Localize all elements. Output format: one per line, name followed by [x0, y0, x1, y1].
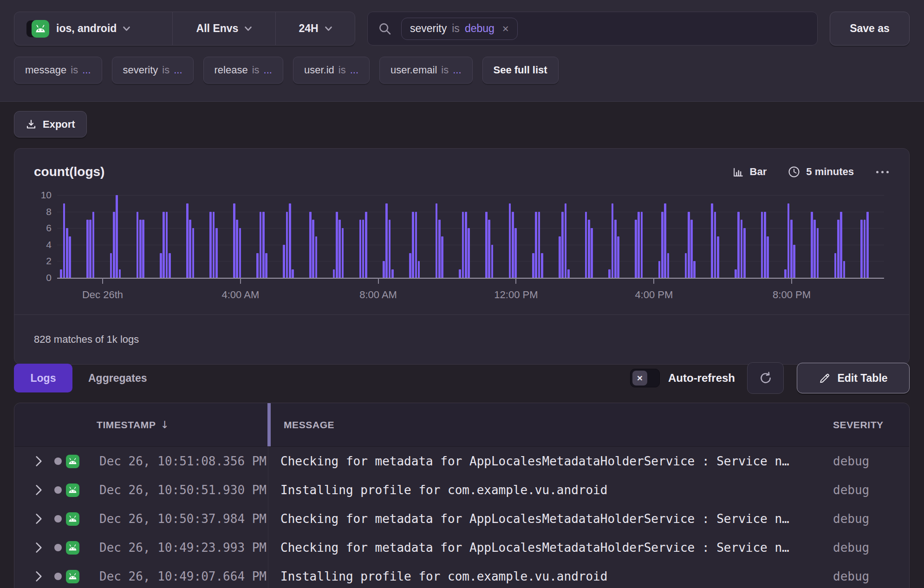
table-row[interactable]: Dec 26, 10:49:23.993 PM Checking for met…	[14, 533, 909, 562]
timestamp-cell: Dec 26, 10:51:08.356 PM	[14, 454, 267, 468]
table-row[interactable]: Dec 26, 10:50:51.930 PM Installing profi…	[14, 476, 909, 504]
chart-bar	[292, 269, 294, 278]
expand-chevron-icon[interactable]	[35, 571, 42, 582]
chart-menu-icon[interactable]	[875, 168, 890, 176]
interval-selector[interactable]: 5 minutes	[788, 166, 854, 178]
message-cell: Installing profile for com.example.vu.an…	[267, 483, 833, 497]
chart-bar	[787, 203, 790, 278]
timestamp-cell: Dec 26, 10:50:37.984 PM	[14, 512, 267, 526]
export-button[interactable]: Export	[14, 111, 87, 137]
chart-bar	[567, 269, 570, 278]
severity-cell: debug	[833, 541, 909, 555]
chart-bar	[110, 253, 112, 278]
chart-bar	[365, 212, 367, 278]
y-tick-label: 0	[46, 272, 52, 283]
env-selector[interactable]: All Envs	[172, 12, 275, 45]
column-header-message[interactable]: MESSAGE	[271, 419, 833, 431]
column-header-severity[interactable]: SEVERITY	[833, 419, 909, 431]
chart-bar	[688, 212, 690, 278]
interval-label: 5 minutes	[806, 166, 854, 178]
chart-bar	[309, 212, 312, 278]
timestamp-header-label: TIMESTAMP	[97, 419, 156, 431]
toggle-off-icon: ×	[632, 371, 647, 385]
table-row[interactable]: Dec 26, 10:51:08.356 PM Checking for met…	[14, 447, 909, 476]
chart-bar	[459, 269, 461, 278]
chart-bar	[163, 212, 165, 278]
status-dot-icon	[54, 544, 62, 551]
time-range-selector[interactable]: 24H	[275, 12, 355, 45]
expand-chevron-icon[interactable]	[35, 484, 42, 496]
expand-chevron-icon[interactable]	[35, 456, 42, 467]
chart-bar	[813, 220, 816, 278]
chart-bar	[743, 228, 746, 278]
env-selector-label: All Envs	[196, 22, 239, 35]
chart-area: 0246810 Dec 26th4:00 AM8:00 AM12:00 PM4:…	[34, 195, 884, 278]
timestamp-value: Dec 26, 10:50:51.930 PM	[99, 483, 267, 497]
chart-bar	[491, 245, 494, 278]
chart-bar	[116, 195, 118, 278]
chart-plot: Dec 26th4:00 AM8:00 AM12:00 PM4:00 PM8:0…	[57, 195, 884, 278]
tab-aggregates[interactable]: Aggregates	[88, 372, 147, 385]
chart-bar	[142, 220, 144, 278]
x-tick-mark	[102, 278, 103, 284]
chart-bar	[438, 220, 441, 278]
x-tick-mark	[791, 278, 792, 284]
y-tick-label: 4	[46, 239, 52, 250]
chart-bar	[591, 228, 593, 278]
search-bar[interactable]: severity is debug ×	[367, 12, 818, 46]
chart-bar	[436, 203, 438, 278]
refresh-button[interactable]	[747, 362, 784, 394]
chart-bar	[617, 236, 619, 278]
logs-table: TIMESTAMP ↓ MESSAGE SEVERITY	[14, 403, 910, 588]
table-row[interactable]: Dec 26, 10:49:07.664 PM Installing profi…	[14, 562, 909, 588]
quick-filter-chip-user-id[interactable]: user.id is ...	[293, 57, 370, 84]
chart-type-selector[interactable]: Bar	[732, 166, 767, 178]
expand-chevron-icon[interactable]	[35, 542, 42, 553]
chart-bar	[63, 203, 65, 278]
remove-filter-icon[interactable]: ×	[502, 23, 509, 34]
scope-selector-group: ios, android All Envs 24H	[14, 12, 355, 46]
chart-bar	[215, 228, 218, 278]
quick-filter-chip-user-email[interactable]: user.email is ...	[379, 57, 473, 84]
chart-bar	[661, 212, 664, 278]
app-selector[interactable]: ios, android	[14, 12, 172, 45]
status-dot-icon	[54, 486, 62, 494]
chart-bar	[286, 212, 288, 278]
quick-filter-chip-release[interactable]: release is ...	[203, 57, 283, 84]
table-controls: × Auto-refresh Edit Table	[630, 362, 910, 394]
chart-bar	[509, 203, 511, 278]
chart-bar	[209, 212, 212, 278]
tab-logs[interactable]: Logs	[14, 364, 72, 392]
chart-bar	[541, 253, 543, 278]
chart-bar	[256, 253, 259, 278]
table-row[interactable]: Dec 26, 10:50:37.984 PM Checking for met…	[14, 504, 909, 533]
quick-filter-chip-message[interactable]: message is ...	[14, 57, 102, 84]
table-header: TIMESTAMP ↓ MESSAGE SEVERITY	[14, 403, 909, 447]
chart-bar	[608, 269, 611, 278]
column-resize-handle[interactable]	[267, 403, 271, 446]
chart-bar	[312, 220, 314, 278]
expand-chevron-icon[interactable]	[35, 513, 42, 524]
timestamp-cell: Dec 26, 10:50:51.930 PM	[14, 483, 267, 497]
edit-table-button[interactable]: Edit Table	[797, 363, 910, 393]
chart-bar	[409, 253, 411, 278]
quick-filter-chip-severity[interactable]: severity is ...	[112, 57, 194, 84]
chart-bar	[538, 212, 540, 278]
chevron-down-icon	[123, 26, 130, 31]
auto-refresh-toggle[interactable]: ×	[630, 369, 660, 387]
chart-bar	[336, 212, 338, 278]
auto-refresh-label: Auto-refresh	[668, 372, 735, 385]
chart-bar	[685, 253, 687, 278]
chart-bar	[213, 212, 215, 278]
filter-field: user.email	[390, 64, 437, 76]
chart-bar	[412, 212, 414, 278]
chart-controls: Bar 5 minutes	[732, 166, 890, 178]
chart-bar	[843, 261, 846, 278]
save-as-button[interactable]: Save as	[830, 12, 910, 46]
chart-bar	[667, 253, 670, 278]
chart-bar	[192, 228, 195, 278]
see-full-list-button[interactable]: See full list	[482, 57, 559, 84]
column-header-timestamp[interactable]: TIMESTAMP ↓	[14, 419, 267, 431]
android-icon	[32, 20, 49, 38]
search-filter-chip[interactable]: severity is debug ×	[401, 18, 518, 40]
